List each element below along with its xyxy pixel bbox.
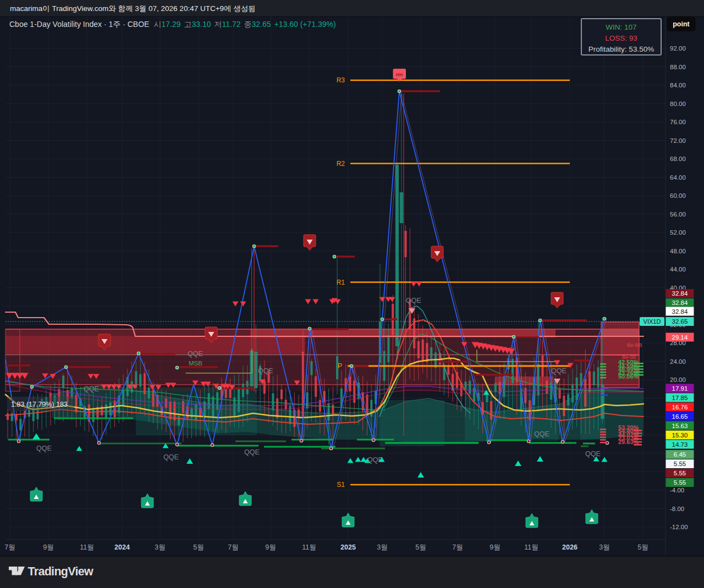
- svg-text:5.55: 5.55: [674, 470, 686, 476]
- svg-text:68.00: 68.00: [670, 156, 686, 162]
- svg-text:QQE: QQE: [84, 385, 99, 393]
- svg-text:QQE: QQE: [188, 350, 203, 358]
- svg-text:QQE: QQE: [258, 367, 273, 375]
- svg-text:R1: R1: [337, 279, 345, 286]
- svg-text:QQE: QQE: [244, 448, 260, 456]
- svg-text:P: P: [338, 362, 342, 370]
- svg-text:QQE: QQE: [36, 445, 52, 452]
- svg-text:32.84: 32.84: [672, 299, 688, 306]
- svg-text:-4.00: -4.00: [670, 487, 684, 493]
- svg-text:6.45: 6.45: [674, 451, 686, 458]
- svg-text:Be-08: Be-08: [622, 354, 636, 360]
- svg-text:Be-BB: Be-BB: [627, 342, 642, 348]
- svg-text:5월: 5월: [415, 543, 426, 551]
- svg-text:7월: 7월: [452, 543, 463, 551]
- svg-text:48.00: 48.00: [670, 248, 686, 254]
- svg-text:9월: 9월: [43, 543, 53, 551]
- svg-text:56.00: 56.00: [670, 211, 686, 218]
- svg-text:15.30: 15.30: [672, 432, 688, 439]
- svg-text:3월: 3월: [599, 543, 609, 551]
- svg-text:5.55: 5.55: [674, 479, 686, 486]
- svg-text:Profitability: 53.50%: Profitability: 53.50%: [588, 45, 654, 53]
- svg-text:16.65: 16.65: [672, 413, 688, 420]
- svg-text:-8.00: -8.00: [670, 506, 684, 512]
- svg-text:2024: 2024: [114, 543, 130, 551]
- svg-text:64.00: 64.00: [670, 174, 686, 181]
- svg-text:52.00: 52.00: [670, 229, 686, 236]
- svg-text:macarima이 TradingView.com와 함께: macarima이 TradingView.com와 함께 3월 07, 202…: [10, 4, 256, 13]
- svg-text:5월: 5월: [637, 543, 648, 551]
- svg-text:60.00: 60.00: [670, 192, 686, 199]
- svg-text:7월: 7월: [228, 543, 238, 551]
- svg-text:R3: R3: [337, 76, 345, 84]
- svg-text:WIN: 107: WIN: 107: [606, 23, 636, 31]
- svg-text:7월: 7월: [4, 543, 15, 551]
- svg-text:QQE: QQE: [367, 456, 383, 464]
- svg-text:QQE: QQE: [551, 367, 566, 375]
- svg-text:5.55: 5.55: [674, 461, 686, 467]
- svg-text:QQE: QQE: [585, 450, 601, 458]
- svg-text:VIX1D: VIX1D: [644, 318, 661, 325]
- svg-text:-12.00: -12.00: [670, 524, 688, 530]
- svg-text:72.00: 72.00: [670, 137, 686, 144]
- svg-text:HH: HH: [396, 72, 403, 77]
- svg-text:QQE: QQE: [406, 297, 421, 304]
- svg-text:11월: 11월: [302, 543, 316, 551]
- svg-text:76.00: 76.00: [670, 119, 686, 125]
- svg-text:2026: 2026: [562, 543, 578, 551]
- svg-text:32.84: 32.84: [672, 290, 688, 297]
- svg-text:9월: 9월: [265, 543, 276, 551]
- svg-text:17.91: 17.91: [672, 385, 688, 392]
- svg-text:2025: 2025: [340, 543, 356, 551]
- svg-text:R2: R2: [337, 160, 345, 168]
- svg-text:MSB: MSB: [189, 360, 202, 367]
- svg-text:88.00: 88.00: [670, 64, 686, 70]
- svg-text:16.76: 16.76: [672, 404, 688, 411]
- svg-text:32.65: 32.65: [672, 318, 688, 325]
- svg-text:80.00: 80.00: [670, 101, 686, 107]
- svg-text:QQE: QQE: [534, 430, 549, 438]
- svg-text:14.73: 14.73: [672, 441, 688, 448]
- svg-text:S1: S1: [337, 481, 345, 489]
- svg-text:11월: 11월: [80, 543, 94, 551]
- svg-text:Cboe 1-Day Volatility Index ·: Cboe 1-Day Volatility Index · 1주 · CBOE시…: [9, 20, 336, 29]
- svg-text:92.00: 92.00: [670, 45, 686, 52]
- svg-text:3월: 3월: [377, 543, 387, 551]
- svg-text:LOSS: 93: LOSS: 93: [605, 34, 637, 42]
- svg-text:17.85: 17.85: [672, 395, 688, 401]
- svg-text:11월: 11월: [524, 543, 538, 551]
- svg-text:1.83 (17.79%) 183: 1.83 (17.79%) 183: [11, 401, 68, 408]
- svg-text:15.63: 15.63: [672, 423, 688, 429]
- svg-text:29.14: 29.14: [672, 334, 688, 341]
- svg-text:9월: 9월: [490, 543, 500, 551]
- svg-text:5월: 5월: [193, 543, 204, 551]
- svg-text:32.84: 32.84: [672, 308, 688, 315]
- svg-text:20.00: 20.00: [670, 376, 686, 383]
- svg-text:3월: 3월: [155, 543, 165, 551]
- svg-text:QQE: QQE: [163, 453, 179, 461]
- svg-text:44.00: 44.00: [670, 266, 686, 273]
- svg-text:point: point: [673, 20, 690, 28]
- svg-text:TradingView: TradingView: [28, 565, 94, 578]
- svg-text:24.00: 24.00: [670, 358, 686, 365]
- svg-text:84.00: 84.00: [670, 82, 686, 88]
